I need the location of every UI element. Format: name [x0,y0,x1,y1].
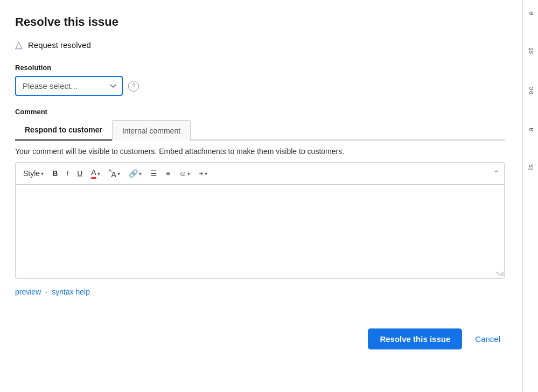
font-color-button[interactable]: A ▾ [88,166,103,181]
resolve-this-issue-button[interactable]: Resolve this issue [368,328,462,349]
plus-icon: + [199,169,203,178]
right-edge-letter-5: is [527,164,535,170]
resolution-label: Resolution [15,64,505,72]
bold-button[interactable]: B [49,167,61,180]
footer-links: preview · syntax help [15,288,505,296]
link-chevron-icon: ▾ [139,171,142,177]
underline-button[interactable]: U [74,167,86,180]
italic-button[interactable]: I [63,167,72,180]
right-edge-letter-2: st [527,47,535,54]
comment-textarea[interactable] [16,185,504,276]
comment-label: Comment [15,108,505,116]
help-icon[interactable]: ? [128,81,139,92]
cancel-button[interactable]: Cancel [471,328,505,349]
right-edge: e st ec a is [522,0,538,392]
resolution-row: Please select... ? [15,76,505,96]
modal-title: Resolve this issue [15,15,505,29]
tab-internal-comment[interactable]: Internal comment [112,120,191,141]
modal-overlay: Resolve this issue △ Request resolved Re… [0,0,538,392]
list-ol-icon: ≡ [166,169,170,178]
emoji-icon: ☺ [179,169,186,178]
color-chevron-icon: ▾ [97,171,100,177]
emoji-chevron-icon: ▾ [187,171,190,177]
fontsize-chevron-icon: ▾ [117,171,120,177]
right-edge-letter-1: e [527,11,535,15]
emoji-button[interactable]: ☺ ▾ [176,167,193,180]
alert-box: △ Request resolved [15,39,505,51]
editor-toolbar: Style ▾ B I U A ▾ [15,162,505,184]
expand-icon[interactable]: ⌃ [493,169,500,179]
list-ul-icon: ☰ [150,169,157,178]
editor-area: ⤡ [15,184,505,279]
right-edge-letter-3: ec [527,86,535,95]
resolution-select[interactable]: Please select... [15,76,123,96]
preview-link[interactable]: preview [15,288,41,296]
comment-section: Comment Respond to customer Internal com… [15,108,505,279]
link-button[interactable]: 🔗 ▾ [125,167,145,180]
unordered-list-button[interactable]: ☰ [147,167,160,180]
ordered-list-button[interactable]: ≡ [163,167,173,180]
tab-respond-to-customer[interactable]: Respond to customer [15,120,112,141]
modal-panel: Resolve this issue △ Request resolved Re… [0,0,522,392]
style-dropdown-button[interactable]: Style ▾ [20,167,47,180]
right-edge-letter-4: a [527,127,535,131]
style-chevron-icon: ▾ [41,171,44,177]
plus-button[interactable]: + ▾ [195,167,210,180]
warning-icon: △ [15,39,23,51]
action-row: Resolve this issue Cancel [15,328,505,355]
footer-dot: · [45,288,47,296]
plus-chevron-icon: ▾ [205,171,207,177]
font-size-button[interactable]: ᴬA ▾ [106,166,123,181]
color-underline [91,177,96,179]
link-icon: 🔗 [129,169,138,178]
comment-tab-bar: Respond to customer Internal comment [15,120,505,141]
alert-text: Request resolved [28,40,91,50]
syntax-help-link[interactable]: syntax help [52,288,90,296]
comment-hint: Your comment will be visible to customer… [15,147,505,156]
resize-handle-icon: ⤡ [495,270,502,276]
